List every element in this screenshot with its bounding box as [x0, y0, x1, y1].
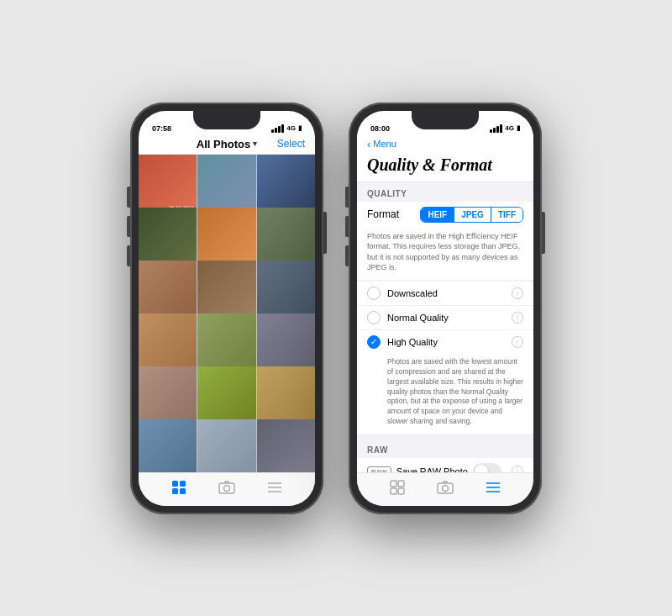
photo-cell[interactable]	[197, 261, 255, 319]
photo-cell[interactable]	[139, 208, 197, 266]
photo-cell[interactable]	[139, 313, 197, 371]
downscaled-option[interactable]: Downscaled i	[357, 281, 533, 305]
photo-cell[interactable]	[197, 419, 255, 471]
tab-icon-menu-right[interactable]	[485, 481, 501, 498]
notch	[193, 111, 260, 129]
bar4	[281, 124, 284, 133]
high-quality-option[interactable]: ✓ High Quality i	[357, 329, 533, 354]
notch-right	[412, 111, 479, 129]
photo-cell[interactable]	[257, 313, 315, 371]
time-left: 07:58	[152, 124, 171, 133]
tab-icon-menu[interactable]	[266, 481, 283, 498]
tab-bar-right	[357, 472, 533, 506]
back-label: Menu	[373, 139, 396, 149]
normal-quality-option[interactable]: Normal Quality i	[357, 305, 533, 329]
normal-quality-label: Normal Quality	[387, 313, 505, 323]
bar3r	[496, 126, 499, 133]
raw-row: RAW Save RAW Photo i	[357, 458, 533, 471]
photo-cell[interactable]	[257, 208, 315, 266]
back-chevron-icon: ‹	[367, 138, 370, 150]
tab-icon-photos[interactable]	[171, 479, 187, 500]
svg-point-14	[442, 485, 448, 491]
signal-bars	[271, 124, 284, 133]
svg-rect-9	[391, 481, 396, 487]
photos-screen: All Photos ▾ Select 26-03-2011	[139, 134, 315, 506]
photo-cell[interactable]	[139, 419, 197, 471]
svg-rect-3	[180, 488, 186, 494]
normal-quality-radio	[367, 311, 381, 324]
photos-header: All Photos ▾ Select	[139, 134, 315, 155]
tab-icon-camera[interactable]	[218, 481, 235, 498]
high-quality-info-icon[interactable]: i	[512, 336, 523, 348]
network-type-right: 4G	[505, 124, 514, 132]
format-card: Format HEIF JPEG TIFF Photos are saved i…	[357, 202, 533, 280]
photo-cell[interactable]: 26-03-2011	[139, 155, 197, 213]
raw-info-icon[interactable]: i	[512, 466, 523, 471]
quality-section-label: Quality	[357, 182, 533, 202]
photo-cell[interactable]	[197, 313, 255, 371]
photo-cell[interactable]	[257, 366, 315, 424]
photos-title-area[interactable]: All Photos ▾	[197, 138, 257, 150]
tab-icon-camera-right[interactable]	[437, 481, 454, 498]
right-phone: 08:00 4G ▮ ‹ Menu	[349, 103, 542, 514]
bar3	[278, 126, 281, 133]
format-heif-button[interactable]: HEIF	[421, 208, 454, 222]
svg-rect-10	[398, 481, 404, 487]
photo-cell[interactable]	[197, 366, 255, 424]
chevron-down-icon: ▾	[253, 140, 257, 148]
tab-icon-photos-right[interactable]	[389, 479, 406, 500]
svg-rect-2	[172, 488, 178, 494]
bar2	[275, 128, 277, 133]
photo-cell[interactable]	[139, 261, 197, 319]
format-row: Format HEIF JPEG TIFF	[357, 202, 533, 228]
svg-rect-0	[172, 481, 178, 487]
downscaled-info-icon[interactable]: i	[512, 287, 523, 299]
photo-cell[interactable]	[197, 155, 255, 213]
normal-quality-info-icon[interactable]: i	[512, 312, 523, 324]
heif-description: Photos are saved in the High Efficiency …	[357, 228, 533, 280]
checkmark-icon: ✓	[370, 338, 377, 346]
list-icon	[266, 481, 283, 494]
format-tiff-button[interactable]: TIFF	[491, 208, 522, 222]
back-nav[interactable]: ‹ Menu	[357, 134, 533, 152]
high-quality-label: High Quality	[387, 337, 505, 347]
select-button[interactable]: Select	[277, 138, 305, 150]
raw-badge: RAW	[367, 466, 391, 472]
photo-cell[interactable]	[139, 366, 197, 424]
photo-cell[interactable]	[197, 208, 255, 266]
tab-bar-left	[139, 472, 315, 506]
battery-right: ▮	[517, 124, 520, 132]
photo-grid: 26-03-2011	[139, 155, 315, 472]
bar4r	[500, 124, 502, 133]
raw-section: RAW RAW Save RAW Photo i	[357, 439, 533, 471]
svg-point-5	[223, 485, 229, 491]
camera-icon-right	[437, 481, 454, 494]
raw-toggle[interactable]	[473, 463, 501, 471]
signal-bars-right	[490, 124, 502, 133]
settings-screen: ‹ Menu Quality & Format Quality Format H…	[357, 134, 533, 506]
svg-rect-1	[180, 481, 186, 487]
downscaled-label: Downscaled	[387, 288, 505, 298]
list-icon-right	[485, 481, 501, 494]
format-label: Format	[367, 208, 399, 220]
settings-content: ‹ Menu Quality & Format Quality Format H…	[357, 134, 533, 472]
svg-rect-11	[391, 488, 396, 494]
left-phone: 07:58 4G ▮ All Photos ▾ Select	[130, 103, 323, 514]
camera-icon	[218, 481, 235, 494]
toggle-thumb	[475, 465, 488, 471]
raw-section-label: RAW	[357, 439, 533, 458]
photo-cell[interactable]	[257, 419, 315, 471]
high-quality-description: Photos are saved with the lowest amount …	[357, 354, 533, 434]
downscaled-radio	[367, 287, 381, 300]
bar1	[271, 129, 274, 133]
photos-icon-right	[389, 479, 406, 496]
bar1r	[490, 129, 492, 133]
photo-cell[interactable]	[257, 261, 315, 319]
high-quality-radio: ✓	[367, 335, 381, 349]
photos-icon	[171, 479, 187, 496]
all-photos-label: All Photos	[197, 138, 250, 150]
photo-cell[interactable]	[257, 155, 315, 213]
battery-left: ▮	[298, 124, 302, 132]
format-jpeg-button[interactable]: JPEG	[454, 208, 491, 222]
page-title: Quality & Format	[367, 155, 523, 175]
